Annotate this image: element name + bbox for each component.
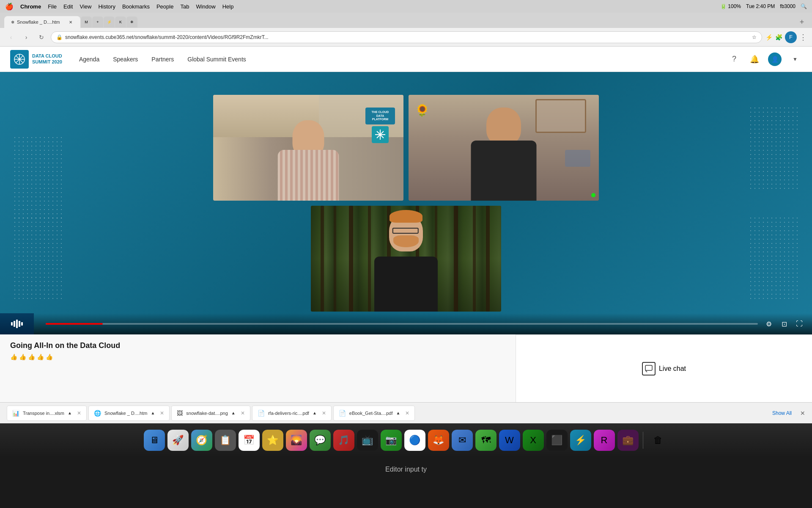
menu-people[interactable]: People <box>156 3 173 10</box>
dock-launchpad[interactable]: 🚀 <box>167 430 189 451</box>
person1-background: THE CLOUDDATAPLATFORM <box>213 95 403 201</box>
tab-close-button[interactable]: ✕ <box>68 19 74 25</box>
dock-terminal[interactable]: ⬛ <box>546 430 568 451</box>
apple-logo[interactable]: 🍎 <box>5 3 14 11</box>
dock-chrome[interactable]: 🔵 <box>404 430 425 451</box>
miniplayer-icon[interactable]: ⊡ <box>778 318 790 330</box>
close-downloads-button[interactable]: ✕ <box>800 410 805 417</box>
dock-photos[interactable]: 🌄 <box>286 430 307 451</box>
download-expand-2[interactable]: ▲ <box>151 411 155 415</box>
download-close-3[interactable]: ✕ <box>241 410 245 416</box>
download-name-5: eBook_Get-Sta....pdf <box>349 411 393 416</box>
download-item-1[interactable]: 📊 Transpose in....xlsm ▲ ✕ <box>7 406 87 421</box>
dock-3[interactable]: 📋 <box>215 430 236 451</box>
dock-calendar[interactable]: 📅 <box>239 430 260 451</box>
video-progress-bar[interactable] <box>46 323 758 325</box>
thumbs-up-4-icon[interactable]: 👍 <box>37 353 44 360</box>
new-tab-button[interactable]: + <box>796 16 808 28</box>
show-all-button[interactable]: Show All <box>769 410 795 416</box>
notification-bell-icon[interactable]: 🔔 <box>748 52 761 66</box>
profile-icon[interactable]: F <box>785 31 797 43</box>
extensions-puzzle-icon[interactable]: 🧩 <box>775 34 782 41</box>
bookmark-star-icon[interactable]: ☆ <box>752 34 757 40</box>
dock-vscode[interactable]: ⚡ <box>570 430 591 451</box>
help-icon[interactable]: ? <box>727 52 741 66</box>
menu-history[interactable]: History <box>98 3 115 10</box>
nav-partners[interactable]: Partners <box>151 56 174 63</box>
nav-speakers[interactable]: Speakers <box>113 56 138 63</box>
dock-facetime[interactable]: 📷 <box>381 430 402 451</box>
menu-view[interactable]: View <box>80 3 91 10</box>
download-expand-3[interactable]: ▲ <box>231 411 236 415</box>
dock-firefox[interactable]: 🦊 <box>428 430 449 451</box>
dock-music[interactable]: 🎵 <box>333 430 354 451</box>
fullscreen-icon[interactable]: ⛶ <box>793 318 805 330</box>
menubar-right: 🔋 100% Tue 2:40 PM fb3000 🔍 <box>720 3 807 9</box>
thumbs-up-5-icon[interactable]: 👍 <box>46 353 53 360</box>
audio-control-panel[interactable] <box>0 313 34 334</box>
user-avatar[interactable]: 👤 <box>768 52 782 66</box>
download-close-2[interactable]: ✕ <box>160 410 164 416</box>
dock-tv[interactable]: 📺 <box>357 430 378 451</box>
nav-agenda[interactable]: Agenda <box>79 56 99 63</box>
tab-gmail[interactable]: M <box>81 17 92 28</box>
dock-rider[interactable]: R <box>594 430 615 451</box>
person2-head <box>486 108 521 145</box>
download-close-1[interactable]: ✕ <box>77 410 81 416</box>
dock-safari[interactable]: 🧭 <box>191 430 212 451</box>
dock-maps[interactable]: 🗺 <box>475 430 497 451</box>
dock-excel[interactable]: X <box>523 430 544 451</box>
lock-icon: 🔒 <box>56 34 63 40</box>
tab-5[interactable]: ❄ <box>126 17 137 28</box>
download-item-3[interactable]: 🖼 snowflake-dat....png ▲ ✕ <box>171 406 250 421</box>
menu-file[interactable]: File <box>48 3 57 10</box>
address-bar[interactable]: 🔒 snowflake.events.cube365.net/snowflake… <box>51 31 762 43</box>
thumbs-up-3-icon[interactable]: 👍 <box>28 353 35 360</box>
dropdown-chevron-icon[interactable]: ▼ <box>788 52 802 66</box>
menu-bookmarks[interactable]: Bookmarks <box>122 3 150 10</box>
html-icon: 🌐 <box>94 410 101 417</box>
tab-3[interactable]: ⚡ <box>104 17 115 28</box>
forward-button[interactable]: › <box>20 31 32 43</box>
extension-icon-1[interactable]: ⚡ <box>765 34 773 41</box>
download-expand-1[interactable]: ▲ <box>68 411 72 415</box>
active-tab[interactable]: ❄ Snowflake _ D....htm ✕ <box>4 16 80 28</box>
download-close-5[interactable]: ✕ <box>405 410 409 416</box>
download-expand-4[interactable]: ▲ <box>313 411 317 415</box>
menu-tab[interactable]: Tab <box>180 3 189 10</box>
download-expand-5[interactable]: ▲ <box>396 411 401 415</box>
url-text: snowflake.events.cube365.net/snowflake/s… <box>65 34 749 40</box>
dock-trash[interactable]: 🗑 <box>647 430 669 451</box>
menu-edit[interactable]: Edit <box>63 3 73 10</box>
thumbs-up-icon[interactable]: 👍 <box>10 353 17 360</box>
menu-help[interactable]: Help <box>222 3 234 10</box>
dock-separator <box>643 432 643 449</box>
download-item-2[interactable]: 🌐 Snowflake _ D....htm ▲ ✕ <box>88 406 170 421</box>
menu-window[interactable]: Window <box>196 3 215 10</box>
video-bottom-row <box>311 206 501 312</box>
snowflake-sign: THE CLOUDDATAPLATFORM <box>365 108 395 143</box>
dock-mail[interactable]: ✉ <box>452 430 473 451</box>
dock-messages[interactable]: 💬 <box>310 430 331 451</box>
reload-button[interactable]: ↻ <box>36 31 47 43</box>
downloads-bar: 📊 Transpose in....xlsm ▲ ✕ 🌐 Snowflake _… <box>0 402 812 423</box>
clock: Tue 2:40 PM <box>746 3 775 9</box>
site-nav: Agenda Speakers Partners Global Summit E… <box>79 56 246 63</box>
nav-global-summit[interactable]: Global Summit Events <box>187 56 246 63</box>
download-item-4[interactable]: 📄 rfa-delivers-ric....pdf ▲ ✕ <box>252 406 332 421</box>
menu-dots-icon[interactable]: ⋮ <box>799 33 807 42</box>
dock-word[interactable]: W <box>499 430 520 451</box>
dock-finder[interactable]: 🖥 <box>144 430 165 451</box>
search-icon[interactable]: 🔍 <box>801 3 807 9</box>
thumbs-up-2-icon[interactable]: 👍 <box>19 353 26 360</box>
tab-4[interactable]: K <box>115 17 126 28</box>
dock-5[interactable]: ⭐ <box>262 430 283 451</box>
download-item-5[interactable]: 📄 eBook_Get-Sta....pdf ▲ ✕ <box>333 406 415 421</box>
download-name-1: Transpose in....xlsm <box>23 411 64 416</box>
download-close-4[interactable]: ✕ <box>322 410 326 416</box>
dock-slack[interactable]: 💼 <box>617 430 639 451</box>
tab-2[interactable]: + <box>92 17 103 28</box>
settings-icon[interactable]: ⚙ <box>763 318 775 330</box>
dot-pattern-topright <box>749 106 799 190</box>
video-area: THE CLOUDDATAPLATFORM <box>0 72 812 334</box>
